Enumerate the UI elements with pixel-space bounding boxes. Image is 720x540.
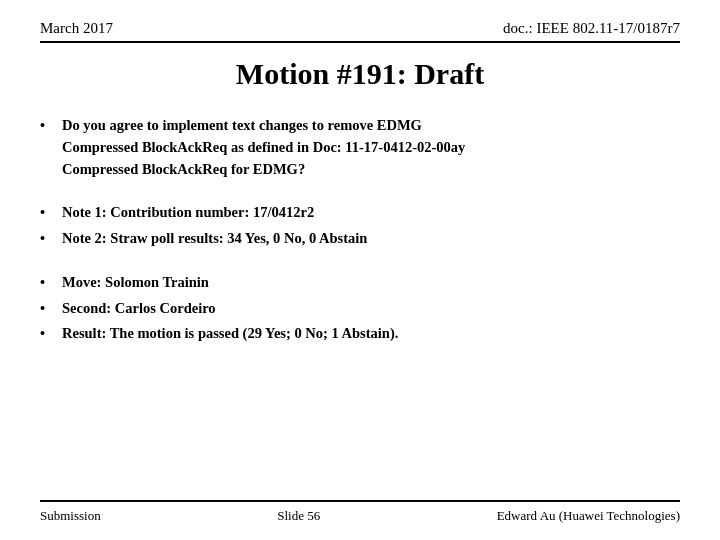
footer-author: Edward Au (Huawei Technologies) [497,508,680,524]
notes-group: • Note 1: Contribution number: 17/0412r2… [40,202,680,254]
results-group: • Move: Solomon Trainin • Second: Carlos… [40,272,680,349]
move-text: Move: Solomon Trainin [62,272,209,294]
footer: Submission Slide 56 Edward Au (Huawei Te… [40,500,680,524]
move-item: • Move: Solomon Trainin [40,272,680,294]
page: March 2017 doc.: IEEE 802.11-17/0187r7 M… [0,0,720,540]
content-area: • Do you agree to implement text changes… [40,115,680,500]
bullet-dot-note2: • [40,228,62,250]
header-doc: doc.: IEEE 802.11-17/0187r7 [503,20,680,37]
note1-item: • Note 1: Contribution number: 17/0412r2 [40,202,680,224]
main-bullet-text: Do you agree to implement text changes t… [62,115,465,180]
result-item: • Result: The motion is passed (29 Yes; … [40,323,680,345]
main-bullet-item: • Do you agree to implement text changes… [40,115,680,180]
bullet-dot-1: • [40,115,62,137]
header-date: March 2017 [40,20,113,37]
header: March 2017 doc.: IEEE 802.11-17/0187r7 [40,20,680,43]
main-bullet-group: • Do you agree to implement text changes… [40,115,680,184]
second-text: Second: Carlos Cordeiro [62,298,216,320]
bullet-dot-move: • [40,272,62,294]
bullet-dot-note1: • [40,202,62,224]
second-item: • Second: Carlos Cordeiro [40,298,680,320]
footer-slide: Slide 56 [277,508,320,524]
note2-item: • Note 2: Straw poll results: 34 Yes, 0 … [40,228,680,250]
bullet-dot-second: • [40,298,62,320]
note2-text: Note 2: Straw poll results: 34 Yes, 0 No… [62,228,367,250]
result-text: Result: The motion is passed (29 Yes; 0 … [62,323,398,345]
bullet-dot-result: • [40,323,62,345]
note1-text: Note 1: Contribution number: 17/0412r2 [62,202,314,224]
page-title: Motion #191: Draft [40,57,680,91]
footer-submission: Submission [40,508,101,524]
